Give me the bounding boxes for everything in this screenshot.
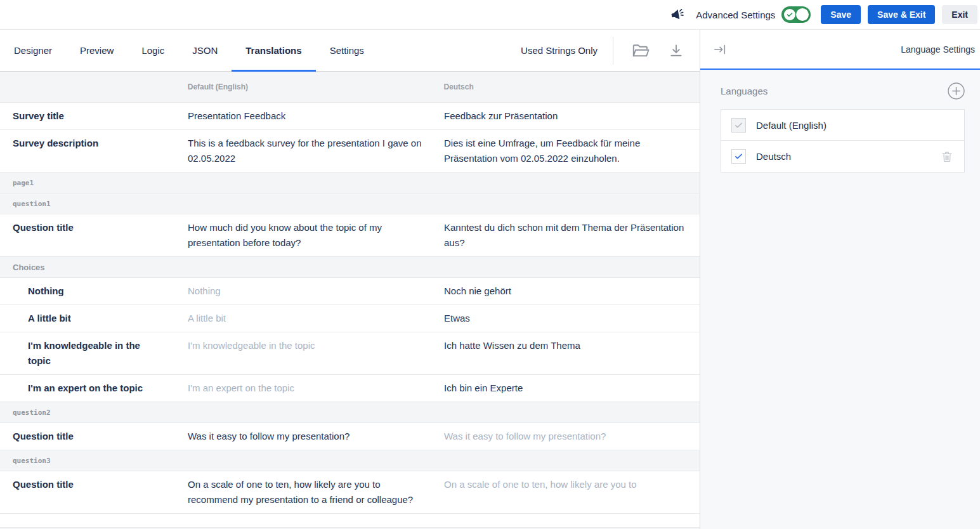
languages-label: Languages [721, 86, 768, 96]
language-list: Default (English)Deutsch [721, 109, 965, 173]
translation-input-deutsch[interactable]: Feedback zur Präsentation [444, 103, 700, 129]
panel-body: Languages Default (English)Deutsch [700, 70, 980, 173]
row-label: Question title [0, 471, 188, 513]
translation-input-default[interactable]: Was it easy to follow my presentation? [188, 423, 444, 450]
translation-input-deutsch[interactable]: Ich hatte Wissen zu dem Thema [444, 332, 700, 374]
translation-input-deutsch[interactable]: Noch nie gehört [444, 278, 700, 304]
row-label: Nothing [0, 278, 188, 304]
main-area: DesignerPreviewLogicJSONTranslationsSett… [0, 30, 700, 529]
translation-input-deutsch[interactable]: Ich bin ein Experte [444, 375, 700, 402]
toggle-check-icon [784, 9, 795, 20]
save-and-exit-button[interactable]: Save & Exit [868, 5, 935, 24]
row-label: Question title [0, 214, 188, 256]
translation-input-deutsch[interactable]: Was it easy to follow my presentation? [444, 423, 700, 450]
advanced-settings-toggle[interactable] [781, 6, 811, 23]
translation-input-default[interactable]: How much did you know about the topic of… [188, 214, 444, 256]
section-label: question1 [0, 200, 51, 208]
section-row: page1 [0, 173, 700, 193]
translation-row: A little bitA little bitEtwas [0, 305, 700, 332]
language-item: Default (English) [721, 110, 964, 141]
translation-row: Question titleWas it easy to follow my p… [0, 423, 700, 450]
translation-input-deutsch[interactable]: Kanntest du dich schon mit dem Thema der… [444, 214, 700, 256]
exit-button[interactable]: Exit [942, 5, 977, 24]
translation-row: I'm knowledgeable in the topicI'm knowle… [0, 332, 700, 375]
translation-input-default[interactable]: A little bit [188, 305, 444, 332]
row-label: I'm an expert on the topic [0, 375, 188, 402]
table-header-row: Default (English) Deutsch [0, 72, 700, 103]
section-row: Choices [0, 257, 700, 278]
section-row: question3 [0, 450, 700, 471]
tab-settings[interactable]: Settings [316, 30, 378, 71]
translation-input-default[interactable]: Presentation Feedback [188, 103, 444, 129]
delete-language-icon[interactable] [940, 150, 954, 164]
row-label: I'm knowledgeable in the topic [0, 332, 188, 374]
translation-row: Survey titlePresentation FeedbackFeedbac… [0, 103, 700, 130]
panel-header: Language Settings [700, 30, 980, 70]
language-name: Default (English) [756, 120, 826, 131]
translation-toolbar: Used Strings Only [521, 30, 700, 71]
translation-input-deutsch[interactable]: Etwas [444, 305, 700, 332]
tab-json[interactable]: JSON [178, 30, 232, 71]
topbar: Advanced Settings Save Save & Exit Exit [0, 0, 980, 30]
column-header-deutsch: Deutsch [443, 82, 700, 91]
section-label: Choices [0, 263, 45, 272]
row-label: A little bit [0, 305, 188, 332]
translation-row: Question titleOn a scale of one to ten, … [0, 471, 700, 514]
language-name: Deutsch [756, 151, 791, 162]
folder-open-icon[interactable] [631, 41, 650, 60]
column-header-default: Default (English) [188, 82, 444, 91]
megaphone-icon [669, 6, 686, 23]
translation-input-default[interactable]: On a scale of one to ten, how likely are… [188, 471, 444, 513]
collapse-panel-icon[interactable] [713, 42, 727, 56]
translation-row: Question titleHow much did you know abou… [0, 214, 700, 257]
toolbar-divider [613, 37, 613, 65]
language-checkbox[interactable] [731, 149, 746, 164]
translation-input-default[interactable]: I'm an expert on the topic [188, 375, 444, 402]
language-item: Deutsch [721, 141, 964, 172]
panel-title: Language Settings [901, 44, 975, 55]
tab-bar: DesignerPreviewLogicJSONTranslationsSett… [0, 30, 700, 72]
table-header-spacer [0, 81, 188, 93]
tab-preview[interactable]: Preview [66, 30, 127, 71]
section-row: question1 [0, 193, 700, 214]
row-label: Survey title [0, 103, 188, 129]
translation-row: I'm an expert on the topicI'm an expert … [0, 375, 700, 402]
download-icon[interactable] [668, 42, 684, 59]
add-language-icon[interactable] [948, 82, 965, 100]
translation-input-deutsch[interactable]: On a scale of one to ten, how likely are… [444, 471, 700, 513]
translation-input-default[interactable]: I'm knowledgeable in the topic [188, 332, 444, 374]
translation-input-default[interactable]: This is a feedback survey for the presen… [188, 130, 444, 172]
language-settings-panel: Language Settings Languages Default (Eng… [700, 30, 980, 529]
tab-logic[interactable]: Logic [127, 30, 178, 71]
section-row: question2 [0, 402, 700, 423]
translation-input-default[interactable]: Nothing [188, 278, 444, 304]
translation-row: Survey descriptionThis is a feedback sur… [0, 130, 700, 173]
tab-designer[interactable]: Designer [0, 30, 66, 71]
section-label: page1 [0, 179, 34, 187]
translations-table: Default (English) Deutsch Survey titlePr… [0, 72, 700, 529]
advanced-settings-label: Advanced Settings [696, 10, 775, 20]
row-label: Survey description [0, 130, 188, 172]
toggle-knob [796, 8, 809, 21]
save-button[interactable]: Save [821, 5, 861, 24]
translation-row: NothingNothingNoch nie gehört [0, 278, 700, 305]
section-label: question3 [0, 457, 51, 465]
language-checkbox [731, 118, 746, 133]
section-label: question2 [0, 408, 51, 417]
tab-translations[interactable]: Translations [232, 30, 315, 71]
used-strings-only-toggle[interactable]: Used Strings Only [521, 45, 598, 56]
row-label: Question title [0, 423, 188, 450]
translation-input-deutsch[interactable]: Dies ist eine Umfrage, um Feedback für m… [444, 130, 700, 172]
